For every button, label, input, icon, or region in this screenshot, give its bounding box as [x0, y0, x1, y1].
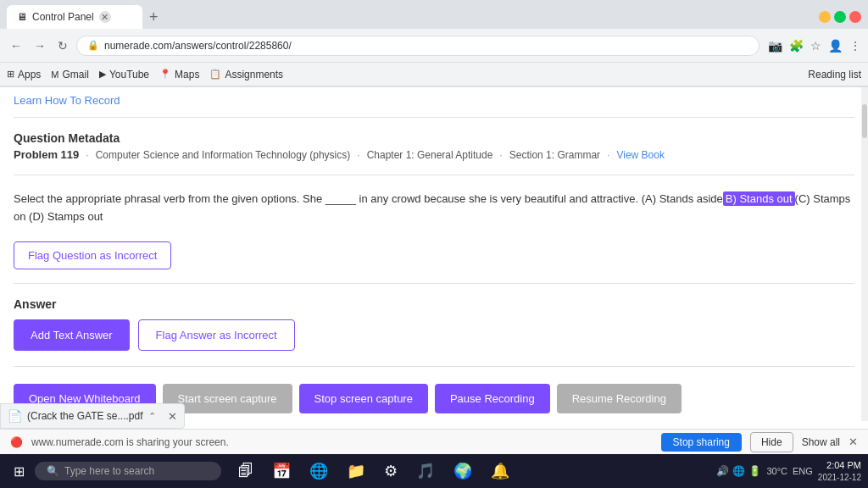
page-content: Learn How To Record Question Metadata Pr…	[0, 87, 868, 421]
question-text: Select the appropriate phrasal verb from…	[14, 191, 854, 226]
forward-button[interactable]: →	[31, 36, 49, 56]
taskbar-clock: 2:04 PM 2021-12-12	[818, 459, 861, 482]
gmail-label: Gmail	[63, 69, 89, 80]
answer-label: Answer	[14, 297, 854, 311]
nav-bar: ← → ↻ 🔒 numerade.com/answers/control/228…	[0, 29, 868, 63]
reading-list-button[interactable]: Reading list	[808, 69, 861, 80]
flag-question-button[interactable]: Flag Question as Incorrect	[14, 241, 171, 269]
resume-recording-button: Resume Recording	[557, 384, 682, 413]
youtube-label: YouTube	[109, 69, 149, 80]
sep-2: ·	[357, 149, 359, 161]
tab-close-button[interactable]: ✕	[99, 11, 111, 23]
profile-icon[interactable]: 👤	[828, 39, 843, 53]
close-button[interactable]	[849, 11, 861, 23]
system-tray: 🔊 🌐 🔋	[716, 465, 761, 477]
apps-grid-icon: ⊞	[7, 69, 14, 80]
new-tab-button[interactable]: +	[142, 8, 165, 26]
window-controls	[819, 11, 861, 23]
taskbar-app-5[interactable]: ⚙	[377, 458, 404, 484]
security-icon: 🔒	[87, 40, 99, 51]
hide-sharing-button[interactable]: Hide	[750, 432, 793, 452]
taskbar-search-box[interactable]: 🔍 Type here to search	[35, 462, 221, 480]
nav-icons: 📷 🧩 ☆ 👤 ⋮	[768, 39, 861, 53]
start-button[interactable]: ⊞	[7, 460, 31, 483]
active-tab[interactable]: 🖥 Control Panel ✕	[7, 5, 142, 29]
share-bar-close-button[interactable]: ✕	[849, 435, 858, 448]
taskbar-search-placeholder: Type here to search	[64, 465, 154, 477]
extensions-icon[interactable]: 🧩	[789, 39, 804, 53]
taskbar-app-1[interactable]: 🗐	[231, 459, 260, 484]
answer-buttons: Add Text Answer Flag Answer as Incorrect	[14, 319, 854, 351]
youtube-bookmark[interactable]: ▶ YouTube	[99, 69, 149, 80]
flag-question-area: Flag Question as Incorrect	[0, 235, 868, 276]
back-button[interactable]: ←	[7, 36, 25, 56]
stop-sharing-button[interactable]: Stop sharing	[661, 433, 742, 452]
minimize-button[interactable]	[819, 11, 831, 23]
sep-4: ·	[607, 149, 609, 161]
divider-4	[14, 366, 854, 367]
lang-label: ENG	[793, 466, 813, 476]
sep-1: ·	[86, 149, 88, 161]
show-all-button[interactable]: Show all	[802, 436, 840, 448]
divider-1	[14, 117, 854, 118]
share-text: www.numerade.com is sharing your screen.	[31, 436, 653, 448]
assignments-bookmark[interactable]: 📋 Assignments	[209, 69, 283, 80]
download-chevron-icon[interactable]: ⌃	[148, 411, 156, 422]
menu-icon[interactable]: ⋮	[849, 39, 861, 53]
time-display: 2:04 PM	[818, 459, 861, 471]
maps-label: Maps	[175, 69, 199, 80]
share-indicator-icon: 🔴	[10, 436, 23, 448]
taskbar-right: 🔊 🌐 🔋 30°C ENG 2:04 PM 2021-12-12	[716, 459, 861, 482]
taskbar-app-6[interactable]: 🎵	[409, 458, 442, 484]
taskbar-app-3[interactable]: 🌐	[303, 458, 335, 484]
download-filename: (Crack the GATE se....pdf	[27, 410, 143, 422]
bookmark-icon[interactable]: ☆	[810, 39, 821, 53]
tab-bar: 🖥 Control Panel ✕ +	[0, 0, 868, 29]
add-text-answer-button[interactable]: Add Text Answer	[14, 319, 130, 351]
date-display: 2021-12-12	[818, 472, 861, 483]
assignments-label: Assignments	[225, 69, 283, 80]
scroll-thumb[interactable]	[862, 104, 867, 138]
maps-bookmark[interactable]: 📍 Maps	[159, 69, 199, 80]
view-book-link[interactable]: View Book	[616, 149, 664, 161]
section-label: Section 1: Grammar	[509, 149, 600, 161]
question-section: Select the appropriate phrasal verb from…	[0, 182, 868, 235]
taskbar: ⊞ 🔍 Type here to search 🗐 📅 🌐 📁 ⚙ 🎵 🌍 🔔 …	[0, 454, 868, 488]
question-metadata-section: Question Metadata Problem 119 · Computer…	[0, 125, 868, 168]
taskbar-app-4[interactable]: 📁	[340, 458, 372, 484]
learn-how-link[interactable]: Learn How To Record	[0, 87, 868, 110]
reload-button[interactable]: ↻	[54, 36, 71, 56]
taskbar-app-2[interactable]: 📅	[265, 458, 298, 484]
temperature-label: 30°C	[766, 466, 787, 476]
download-bar: 📄 (Crack the GATE se....pdf ⌃ ✕	[0, 403, 185, 429]
cast-icon[interactable]: 📷	[768, 39, 782, 53]
url-text: numerade.com/answers/control/2285860/	[104, 40, 292, 52]
bookmarks-bar: ⊞ Apps M Gmail ▶ YouTube 📍 Maps 📋 Assign…	[0, 63, 868, 86]
divider-2	[14, 175, 854, 175]
taskbar-app-7[interactable]: 🌍	[447, 458, 479, 484]
answer-section: Answer Add Text Answer Flag Answer as In…	[0, 291, 868, 358]
gmail-bookmark[interactable]: M Gmail	[51, 69, 89, 80]
question-text-before: Select the appropriate phrasal verb from…	[14, 192, 723, 205]
question-highlight: B) Stands out	[723, 191, 795, 206]
taskbar-apps: 🗐 📅 🌐 📁 ⚙ 🎵 🌍 🔔	[231, 458, 516, 484]
problem-number: Problem 119	[14, 148, 79, 161]
stop-capture-button[interactable]: Stop screen capture	[299, 384, 428, 413]
flag-answer-button[interactable]: Flag Answer as Incorrect	[138, 319, 295, 351]
download-close-button[interactable]: ✕	[168, 410, 177, 423]
address-bar[interactable]: 🔒 numerade.com/answers/control/2285860/	[76, 36, 760, 56]
divider-3	[14, 283, 854, 284]
taskbar-search-icon: 🔍	[47, 465, 59, 477]
breadcrumb: Problem 119 · Computer Science and Infor…	[14, 148, 854, 161]
assignments-icon: 📋	[209, 69, 221, 80]
subject-label: Computer Science and Information Technol…	[96, 149, 351, 161]
tray-icon-1: 🔊	[716, 465, 729, 477]
scrollbar[interactable]	[861, 87, 868, 421]
taskbar-app-8[interactable]: 🔔	[484, 458, 516, 484]
apps-bookmark[interactable]: ⊞ Apps	[7, 69, 41, 80]
pause-recording-button[interactable]: Pause Recording	[435, 384, 550, 413]
tray-icon-3: 🔋	[748, 465, 761, 477]
pdf-icon: 📄	[8, 409, 22, 423]
maximize-button[interactable]	[834, 11, 846, 23]
gmail-icon: M	[51, 69, 58, 80]
